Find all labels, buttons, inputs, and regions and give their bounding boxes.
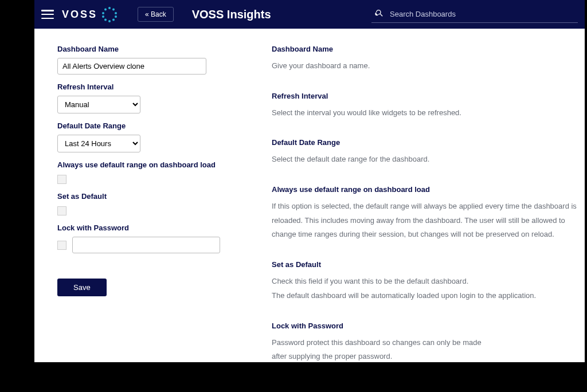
set-as-default-label: Set as Default (57, 192, 220, 201)
help-column: Dashboard Name Give your dashboard a nam… (272, 45, 585, 362)
always-use-default-checkbox[interactable] (57, 175, 66, 184)
logo-icon (101, 6, 118, 23)
always-use-default-label: Always use default range on dashboard lo… (57, 160, 220, 169)
default-date-range-select[interactable]: Last 24 Hours (57, 135, 140, 152)
app-header: VOSS « Back VOSS Insights (34, 0, 585, 29)
lock-password-checkbox[interactable] (57, 241, 66, 250)
svg-point-9 (104, 9, 107, 11)
refresh-interval-select[interactable]: Manual (57, 96, 140, 113)
help-refresh-interval-title: Refresh Interval (272, 92, 578, 100)
help-set-as-default-line1: Check this field if you want this to be … (272, 275, 578, 289)
help-lock-password-line2: after supplying the proper password. (272, 350, 578, 362)
svg-point-7 (102, 15, 104, 18)
menu-icon[interactable] (41, 10, 54, 19)
help-always-use-default-title: Always use default range on dashboard lo… (272, 185, 578, 194)
svg-point-4 (112, 19, 115, 21)
help-set-as-default-title: Set as Default (272, 260, 578, 269)
help-always-use-default-text: If this option is selected, the default … (272, 199, 578, 242)
back-button[interactable]: « Back (138, 7, 174, 22)
search-input[interactable] (390, 10, 574, 18)
svg-point-1 (112, 9, 115, 11)
help-dashboard-name-title: Dashboard Name (272, 45, 578, 53)
help-dashboard-name-text: Give your dashboard a name. (272, 59, 578, 73)
help-lock-password-line1: Password protect this dashboard so chang… (272, 336, 578, 350)
lock-password-input[interactable] (72, 237, 220, 253)
svg-point-6 (104, 19, 107, 21)
refresh-interval-label: Refresh Interval (57, 83, 220, 91)
svg-point-0 (108, 7, 111, 9)
form-column: Dashboard Name Refresh Interval Manual D… (57, 45, 220, 362)
default-date-range-label: Default Date Range (57, 121, 220, 130)
logo: VOSS (62, 6, 118, 23)
svg-point-5 (108, 20, 111, 22)
svg-point-3 (115, 15, 117, 18)
help-default-date-range-title: Default Date Range (272, 138, 578, 147)
dashboard-name-input[interactable] (57, 58, 206, 75)
svg-point-8 (102, 12, 104, 14)
search-box[interactable] (371, 6, 578, 23)
help-default-date-range-text: Select the default date range for the da… (272, 152, 578, 167)
svg-point-2 (115, 12, 117, 14)
set-as-default-checkbox[interactable] (57, 206, 66, 215)
lock-password-label: Lock with Password (57, 224, 220, 232)
help-refresh-interval-text: Select the interval you would like widge… (272, 106, 578, 120)
dashboard-name-label: Dashboard Name (57, 45, 220, 53)
help-lock-password-title: Lock with Password (272, 322, 578, 330)
save-button[interactable]: Save (57, 279, 107, 296)
page-title: VOSS Insights (192, 8, 271, 21)
search-icon (375, 9, 390, 20)
help-set-as-default-line2: The default dashboard will be automatica… (272, 289, 578, 303)
logo-text: VOSS (62, 9, 97, 21)
